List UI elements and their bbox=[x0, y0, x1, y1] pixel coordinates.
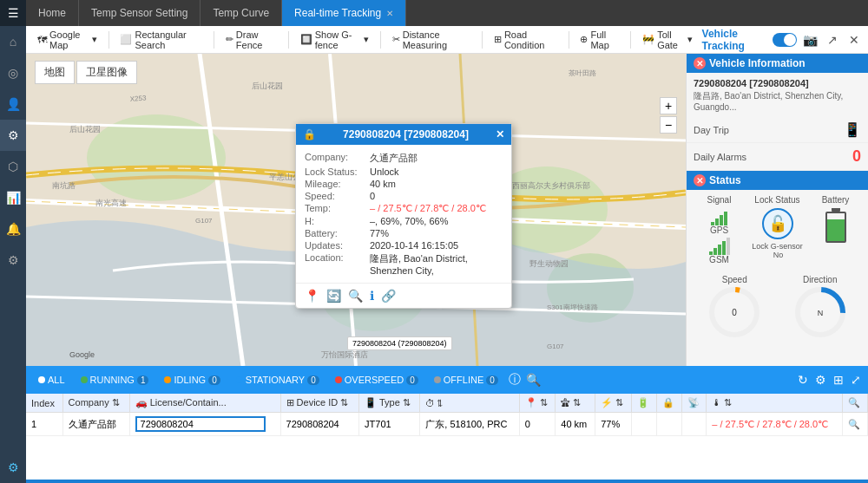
popup-action-search[interactable]: 🔍 bbox=[348, 289, 363, 303]
svg-text:茶叶田路: 茶叶田路 bbox=[569, 69, 596, 77]
daily-alarms-row: Daily Alarms 0 bbox=[687, 143, 868, 171]
svg-text:X253: X253 bbox=[129, 94, 147, 103]
popup-header: 🔒 7290808204 [7290808204] ✕ bbox=[296, 124, 511, 145]
cell-actions[interactable]: 🔍 bbox=[843, 413, 868, 436]
svg-text:Google: Google bbox=[69, 350, 95, 359]
map-vehicle-label: 7290808204 (7290808204) bbox=[347, 336, 452, 350]
close-circle-icon[interactable]: ✕ bbox=[694, 57, 706, 69]
popup-action-route[interactable]: 🔄 bbox=[326, 289, 341, 303]
external-link-btn[interactable]: ↗ bbox=[824, 29, 840, 50]
bar-4 bbox=[724, 212, 727, 225]
grid-btn[interactable]: ⊞ bbox=[832, 371, 845, 388]
sidebar-item-settings2[interactable]: ⚙ bbox=[0, 452, 26, 483]
filter-offline-btn[interactable]: OFFLINE 0 bbox=[427, 372, 505, 388]
toolbar-sep-5 bbox=[482, 31, 483, 49]
speed-direction-row: Speed 0 Direction N bbox=[687, 270, 868, 346]
screenshot-btn[interactable]: 📷 bbox=[802, 29, 819, 50]
filter-overspeed-btn[interactable]: OVERSPEED 0 bbox=[328, 372, 425, 388]
full-map-btn[interactable]: ⊕ Full Map bbox=[574, 27, 625, 53]
sidebar-logo: ☰ bbox=[0, 0, 26, 26]
scroll-indicator bbox=[26, 480, 868, 483]
vehicle-tracking-toggle[interactable] bbox=[773, 33, 796, 47]
map-type-map[interactable]: 地图 bbox=[35, 61, 75, 84]
sidebar-item-user[interactable]: 👤 bbox=[0, 88, 26, 120]
filter-all-btn[interactable]: ALL bbox=[31, 372, 72, 388]
col-type: 📱 Type ⇅ bbox=[359, 394, 420, 413]
status-grid: Signal GPS GSM Lock Status 🔓 Lock G- bbox=[687, 190, 868, 270]
sidebar-item-location[interactable]: ◎ bbox=[0, 57, 26, 88]
svg-text:西丽高尔夫乡村俱乐部: 西丽高尔夫乡村俱乐部 bbox=[512, 181, 590, 190]
menu-icon[interactable]: ☰ bbox=[8, 6, 19, 20]
toll-gate-btn[interactable]: 🚧 Toll Gate ▾ bbox=[636, 27, 698, 53]
expand-btn[interactable]: ⤢ bbox=[849, 371, 863, 388]
sidebar-item-tracking[interactable]: ⚙ bbox=[0, 120, 26, 151]
gsm-bar-3 bbox=[718, 245, 721, 255]
zoom-in-btn[interactable]: + bbox=[660, 97, 677, 114]
distance-btn[interactable]: ✂ Distance Measuring bbox=[386, 27, 477, 53]
license-input[interactable] bbox=[135, 416, 266, 432]
draw-icon: ✏ bbox=[226, 34, 233, 45]
bar-2 bbox=[715, 219, 719, 225]
toggle-knob bbox=[784, 34, 796, 46]
status-close-icon[interactable]: ✕ bbox=[694, 174, 706, 186]
popup-temp-row: Temp: – / 27.5℃ / 27.8℃ / 28.0℃ bbox=[305, 203, 503, 214]
popup-action-info[interactable]: ℹ bbox=[370, 289, 374, 303]
popup-mileage-row: Mileage: 40 km bbox=[305, 179, 503, 189]
direction-gauge: Direction N bbox=[778, 275, 864, 341]
sidebar-item-home[interactable]: ⌂ bbox=[0, 26, 26, 57]
show-gfence-btn[interactable]: 🔲 Show G-fence ▾ bbox=[294, 27, 375, 53]
rect-icon: ⬜ bbox=[120, 34, 132, 45]
cell-field10 bbox=[656, 413, 681, 436]
table-row[interactable]: 1 久通产品部 7290808204 JT701 广东, 518100, PRC… bbox=[26, 413, 868, 436]
sidebar-item-settings[interactable]: ⚙ bbox=[0, 245, 26, 276]
gsm-bar-2 bbox=[713, 248, 717, 255]
rectangular-search-btn[interactable]: ⬜ Rectangular Search bbox=[114, 27, 208, 53]
sidebar-item-alert[interactable]: 🔔 bbox=[0, 213, 26, 245]
sidebar-item-report[interactable]: 📊 bbox=[0, 182, 26, 213]
map-type-satellite[interactable]: 卫星图像 bbox=[76, 61, 137, 84]
close-panel-btn[interactable]: ✕ bbox=[846, 29, 863, 50]
dir-gauge-svg: N bbox=[794, 286, 846, 338]
refresh-btn[interactable]: ↻ bbox=[796, 371, 810, 388]
vehicle-info-popup: 🔒 7290808204 [7290808204] ✕ Company: 久通产… bbox=[295, 123, 512, 309]
filter-stationary-btn[interactable]: STATIONARY 0 bbox=[229, 372, 326, 388]
tollgate-icon: 🚧 bbox=[642, 34, 654, 45]
info-icon-btn[interactable]: ⓘ bbox=[507, 370, 523, 389]
cell-field8: 77% bbox=[595, 413, 632, 436]
col-field7: 🛣 ⇅ bbox=[556, 394, 595, 413]
search-icon-btn[interactable]: 🔍 bbox=[524, 371, 542, 388]
cell-index: 1 bbox=[26, 413, 62, 436]
status-filter-bar: ALL RUNNING 1 IDLING 0 STATIONARY 0 OVER… bbox=[26, 366, 868, 394]
google-map-btn[interactable]: 🗺 Google Map ▾ bbox=[31, 27, 103, 53]
tab-temp-sensor[interactable]: Temp Sensor Setting bbox=[79, 0, 201, 26]
popup-close-icon[interactable]: ✕ bbox=[496, 128, 504, 140]
tab-temp-curve[interactable]: Temp Curve bbox=[201, 0, 282, 26]
sidebar-item-fence[interactable]: ⬡ bbox=[0, 151, 26, 182]
toolbar-sep-1 bbox=[108, 31, 109, 49]
road-condition-btn[interactable]: ⊞ Road Condition bbox=[488, 27, 563, 53]
popup-action-location[interactable]: 📍 bbox=[305, 289, 319, 303]
tab-home[interactable]: Home bbox=[26, 0, 79, 26]
dropdown2-icon: ▾ bbox=[364, 34, 369, 45]
filter-running-btn[interactable]: RUNNING 1 bbox=[74, 372, 156, 388]
popup-action-share[interactable]: 🔗 bbox=[381, 289, 396, 303]
table-header-row: Index Company ⇅ 🚗 License/Contain... ⊞ D… bbox=[26, 394, 868, 413]
svg-text:后山花园: 后山花园 bbox=[252, 82, 283, 90]
toolbar-sep-7 bbox=[630, 31, 631, 49]
svg-text:N: N bbox=[818, 309, 824, 317]
tab-realtime-tracking[interactable]: Real-time Tracking ✕ bbox=[282, 0, 406, 26]
filter-idling-btn[interactable]: IDLING 0 bbox=[157, 372, 227, 388]
close-tab-icon[interactable]: ✕ bbox=[386, 9, 393, 18]
cell-license bbox=[129, 413, 280, 436]
popup-company-row: Company: 久通产品部 bbox=[305, 152, 503, 165]
idling-dot bbox=[164, 376, 171, 383]
settings-btn[interactable]: ⚙ bbox=[813, 371, 828, 388]
offline-dot bbox=[434, 376, 441, 383]
phone-icon: 📱 bbox=[844, 121, 861, 138]
col-actions: 🔍 bbox=[843, 394, 868, 413]
svg-text:0: 0 bbox=[732, 308, 737, 317]
zoom-out-btn[interactable]: − bbox=[660, 116, 677, 134]
draw-fence-btn[interactable]: ✏ Draw Fence bbox=[220, 27, 283, 53]
map-area[interactable]: 南光高速 平恙山公园 西丽高尔夫乡村俱乐部 野生动物园 万怡国际酒店 后山花园 … bbox=[26, 54, 686, 366]
svg-text:G107: G107 bbox=[195, 217, 213, 225]
